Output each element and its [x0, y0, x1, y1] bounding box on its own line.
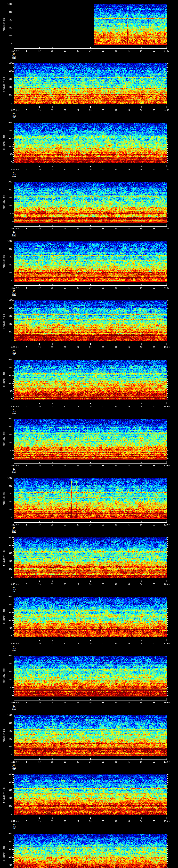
- x-tick-label: 40: [109, 287, 123, 289]
- spectrogram-panel-9: Frequency (Hz)100080060040020005:12:0051…: [0, 474, 178, 533]
- x-end-time-label: 10:00: [159, 346, 174, 348]
- y-tick-label: 1000: [0, 418, 12, 420]
- spectrogram-panel-15: Frequency (Hz)100080060040020005:18:0051…: [0, 830, 178, 868]
- spectrogram-panel-3: Frequency (Hz)100080060040020005:06:0051…: [0, 119, 178, 178]
- x-tick-label: 40: [109, 346, 123, 348]
- x-tick-label: 15: [45, 406, 60, 407]
- x-tick-label: 10: [32, 346, 47, 348]
- x-tick-label: 5: [20, 287, 34, 289]
- y-tick-label: 600: [0, 137, 12, 140]
- spectrogram-image: [0, 830, 178, 868]
- x-tick-label: 10: [32, 287, 47, 289]
- y-tick-label: 600: [0, 78, 12, 80]
- y-tick-label: 800: [0, 841, 12, 842]
- x-tick-label: 15: [45, 346, 60, 348]
- y-tick-label: 0: [0, 458, 12, 459]
- x-tick-label: 20: [58, 820, 72, 822]
- y-tick-label: 200: [0, 272, 12, 274]
- x-tick-label: 10: [32, 702, 47, 704]
- y-tick-label: 0: [0, 398, 12, 400]
- y-tick-label: 800: [0, 545, 12, 546]
- y-tick-label: 200: [0, 331, 12, 333]
- x-tick-label: 20: [58, 228, 72, 230]
- x-tick-label: 10: [32, 406, 47, 407]
- x-end-time-label: 11:00: [159, 406, 174, 407]
- spectrogram-panel-1: Frequency (Hz)100080060040020005:04:0051…: [0, 0, 178, 59]
- y-tick-label: 800: [0, 781, 12, 783]
- x-tick-label: 55: [147, 702, 161, 704]
- y-tick-label: 600: [0, 552, 12, 554]
- x-tick-label: 45: [121, 406, 136, 407]
- x-end-time-label: 14:00: [159, 583, 174, 585]
- x-tick-label: 30: [83, 702, 98, 704]
- y-tick-label: 200: [0, 450, 12, 452]
- x-tick-label: 25: [70, 761, 85, 763]
- date-year-label: 2015: [7, 176, 21, 178]
- x-tick-label: 5: [20, 465, 34, 467]
- x-tick-label: 35: [96, 583, 110, 585]
- spectrogram-panel-5: Frequency (Hz)100080060040020005:08:0051…: [0, 237, 178, 296]
- y-tick-label: 0: [0, 220, 12, 222]
- y-tick-label: 0: [0, 161, 12, 163]
- x-end-time-label: 18:00: [159, 820, 174, 822]
- y-tick-label: 800: [0, 11, 12, 13]
- y-tick-label: 0: [0, 576, 12, 578]
- x-tick-label: 10: [32, 168, 47, 170]
- y-tick-label: 200: [0, 568, 12, 570]
- x-tick-label: 55: [147, 287, 161, 289]
- x-tick-label: 25: [70, 643, 85, 644]
- date-year-label: 2015: [7, 353, 21, 355]
- x-tick-label: 40: [109, 820, 123, 822]
- x-tick-label: 55: [147, 406, 161, 407]
- y-tick-label: 1000: [0, 833, 12, 835]
- x-tick-label: 5: [20, 228, 34, 230]
- x-tick-label: 10: [32, 228, 47, 230]
- x-tick-label: 35: [96, 465, 110, 467]
- y-tick-label: 1000: [0, 122, 12, 124]
- x-tick-label: 25: [70, 465, 85, 467]
- y-tick-label: 400: [0, 323, 12, 325]
- x-tick-label: 50: [134, 465, 149, 467]
- x-tick-label: 10: [32, 583, 47, 585]
- y-tick-label: 800: [0, 189, 12, 191]
- y-tick-label: 400: [0, 86, 12, 88]
- x-tick-label: 5: [20, 346, 34, 348]
- x-tick-label: 40: [109, 109, 123, 111]
- x-tick-label: 15: [45, 287, 60, 289]
- x-end-time-label: 8:00: [159, 228, 174, 230]
- y-tick-label: 800: [0, 367, 12, 369]
- y-tick-label: 1000: [0, 240, 12, 242]
- x-tick-label: 20: [58, 346, 72, 348]
- y-tick-label: 800: [0, 248, 12, 250]
- x-tick-label: 15: [45, 50, 60, 52]
- date-year-label: 2015: [7, 709, 21, 711]
- x-tick-label: 40: [109, 702, 123, 704]
- x-end-time-label: 7:00: [159, 168, 174, 170]
- spectrogram-image: [0, 770, 178, 823]
- x-tick-label: 30: [83, 346, 98, 348]
- y-tick-label: 200: [0, 686, 12, 688]
- x-tick-label: 15: [45, 820, 60, 822]
- x-tick-label: 10: [32, 109, 47, 111]
- date-year-label: 2015: [7, 531, 21, 533]
- spectrogram-image: [0, 237, 178, 289]
- y-tick-label: 400: [0, 619, 12, 621]
- x-tick-label: 40: [109, 228, 123, 230]
- y-tick-label: 400: [0, 27, 12, 29]
- y-tick-label: 1000: [0, 3, 12, 5]
- x-tick-label: 35: [96, 820, 110, 822]
- date-year-label: 2015: [7, 57, 21, 59]
- x-tick-label: 15: [45, 583, 60, 585]
- spectrogram-image: [0, 711, 178, 763]
- y-tick-label: 600: [0, 671, 12, 673]
- date-year-label: 2015: [7, 116, 21, 118]
- y-tick-label: 1000: [0, 655, 12, 657]
- y-tick-label: 400: [0, 442, 12, 443]
- x-tick-label: 50: [134, 228, 149, 230]
- x-tick-label: 25: [70, 287, 85, 289]
- y-tick-label: 800: [0, 130, 12, 132]
- x-tick-label: 30: [83, 761, 98, 763]
- x-tick-label: 10: [32, 643, 47, 644]
- x-tick-label: 50: [134, 643, 149, 644]
- x-end-time-label: 13:00: [159, 524, 174, 526]
